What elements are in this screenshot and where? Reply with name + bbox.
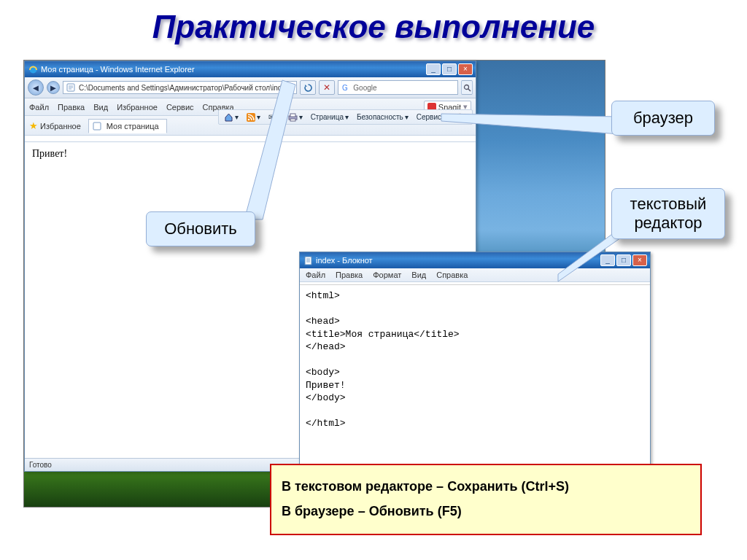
- notepad-menu-format[interactable]: Формат: [373, 271, 401, 279]
- browser-nav-toolbar: ◄ ► ▼ ✕ G Google: [25, 77, 476, 98]
- callout-browser: браузер: [611, 101, 715, 136]
- menu-file[interactable]: Файл: [29, 103, 49, 112]
- svg-text:G: G: [342, 84, 348, 92]
- callout-editor-line1: текстовый: [621, 195, 716, 214]
- ie-icon: [28, 64, 38, 74]
- search-box[interactable]: G Google: [338, 80, 458, 95]
- feeds-button[interactable]: ▾: [244, 112, 263, 122]
- notepad-window: index - Блокнот _ □ × Файл Правка Формат…: [299, 252, 651, 496]
- menu-edit[interactable]: Правка: [58, 103, 85, 112]
- notepad-menu-edit[interactable]: Правка: [336, 271, 363, 279]
- notepad-menu-help[interactable]: Справка: [436, 271, 468, 279]
- instruction-box: В текстовом редакторе – Сохранить (Ctrl+…: [270, 464, 702, 535]
- tab-page-icon: [92, 121, 102, 131]
- notepad-menubar: Файл Правка Формат Вид Справка: [300, 268, 650, 282]
- notepad-icon: [303, 255, 313, 265]
- callout-editor: текстовый редактор: [611, 188, 725, 239]
- maximize-button[interactable]: □: [442, 63, 457, 75]
- svg-point-4: [464, 85, 468, 89]
- home-button[interactable]: ▾: [221, 112, 241, 122]
- cmd-safety[interactable]: Безопасность ▾: [354, 112, 411, 122]
- google-icon: G: [341, 82, 351, 93]
- favorites-button[interactable]: ★ Избранное: [29, 120, 81, 131]
- svg-rect-11: [290, 119, 295, 121]
- notepad-close-button[interactable]: ×: [632, 254, 647, 266]
- forward-button[interactable]: ►: [47, 81, 60, 94]
- svg-line-5: [468, 89, 471, 91]
- stop-button[interactable]: ✕: [319, 80, 335, 95]
- notepad-menu-view[interactable]: Вид: [411, 271, 426, 279]
- cmd-page[interactable]: Страница ▾: [308, 112, 352, 122]
- close-button[interactable]: ×: [458, 63, 473, 75]
- notepad-menu-file[interactable]: Файл: [306, 271, 325, 279]
- callout-browser-label: браузер: [633, 109, 693, 127]
- menu-view[interactable]: Вид: [93, 103, 108, 112]
- browser-titlebar[interactable]: Моя страница - Windows Internet Explorer…: [25, 61, 476, 77]
- callout-refresh-label: Обновить: [164, 219, 237, 238]
- svg-point-8: [248, 118, 250, 120]
- slide-title: Практическое выполнение: [0, 0, 747, 48]
- svg-rect-6: [93, 122, 101, 130]
- notepad-window-title: index - Блокнот: [316, 256, 373, 265]
- refresh-button[interactable]: [300, 80, 316, 95]
- callout-refresh: Обновить: [146, 211, 255, 246]
- status-text: Готово: [29, 461, 52, 469]
- minimize-button[interactable]: _: [426, 63, 441, 75]
- print-button[interactable]: ▾: [285, 112, 306, 122]
- favorites-label: Избранное: [40, 122, 81, 131]
- cmd-service[interactable]: Сервис ▾: [414, 112, 449, 122]
- menu-tools[interactable]: Сервис: [166, 103, 194, 112]
- tab-title: Моя страница: [107, 122, 159, 131]
- svg-rect-10: [290, 114, 295, 117]
- notepad-minimize-button[interactable]: _: [600, 254, 615, 266]
- mail-button[interactable]: ✉ ▾: [266, 112, 283, 122]
- notepad-maximize-button[interactable]: □: [616, 254, 631, 266]
- star-icon: ★: [29, 120, 38, 131]
- notepad-titlebar[interactable]: index - Блокнот _ □ ×: [300, 252, 650, 268]
- menu-favorites[interactable]: Избранное: [117, 103, 158, 112]
- address-dropdown-icon[interactable]: ▼: [284, 85, 294, 91]
- svg-rect-12: [305, 257, 311, 265]
- search-provider-label: Google: [353, 84, 376, 92]
- back-button[interactable]: ◄: [28, 79, 44, 96]
- callout-editor-line2: редактор: [621, 214, 716, 233]
- address-bar[interactable]: [77, 83, 284, 93]
- browser-window-title: Моя страница - Windows Internet Explorer: [41, 65, 195, 74]
- page-content-text: Привет!: [32, 148, 67, 159]
- instruction-line-1: В текстовом редакторе – Сохранить (Ctrl+…: [282, 474, 690, 499]
- cmd-help-icon[interactable]: ❔▾: [452, 112, 470, 122]
- search-go-button[interactable]: [461, 80, 473, 95]
- page-icon: [66, 82, 76, 93]
- browser-tab[interactable]: Моя страница: [88, 119, 167, 133]
- instruction-line-2: В браузере – Обновить (F5): [282, 499, 690, 524]
- browser-command-bar: ▾ ▾ ✉ ▾ ▾ Страница ▾ Безопасность ▾ Серв…: [218, 109, 473, 125]
- desktop-background: Моя страница - Windows Internet Explorer…: [23, 60, 605, 508]
